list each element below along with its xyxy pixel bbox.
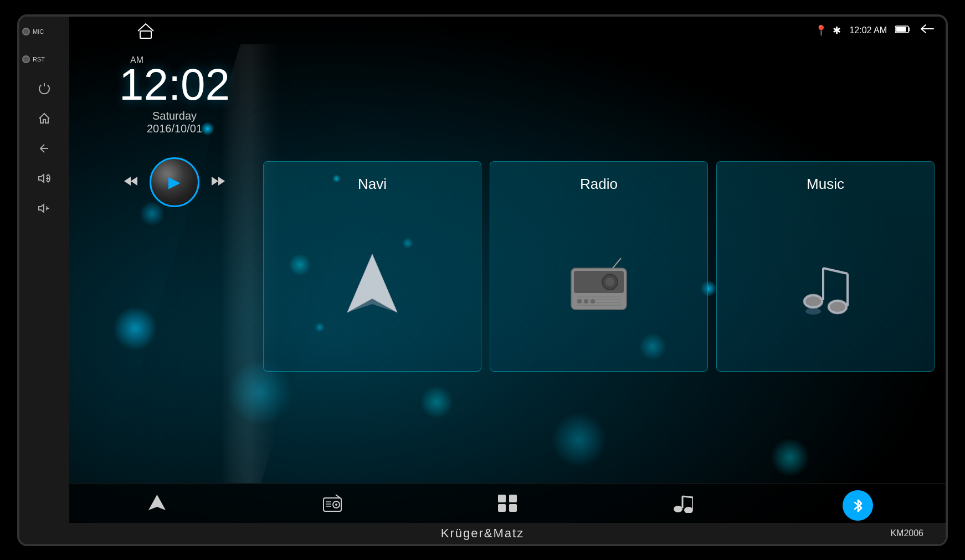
- media-disc[interactable]: ▶: [150, 157, 199, 207]
- svg-rect-48: [509, 504, 517, 512]
- media-controls: ▶: [123, 157, 226, 207]
- svg-rect-45: [498, 495, 506, 502]
- nav-bluetooth-icon: [843, 490, 873, 521]
- battery-icon: [895, 25, 911, 36]
- svg-marker-12: [212, 177, 218, 186]
- nav-music-svg: [672, 494, 693, 513]
- rewind-button[interactable]: [123, 174, 138, 190]
- nav-apps-svg: [497, 494, 518, 513]
- svg-point-30: [805, 296, 821, 306]
- svg-point-24: [605, 278, 614, 286]
- music-tile-label: Music: [807, 176, 844, 193]
- clock-date: 2016/10/01: [147, 122, 202, 135]
- main-screen: 📍 ✱ 12:02 AM: [69, 17, 946, 544]
- mic-label: MIC: [22, 28, 66, 35]
- radio-tile[interactable]: Radio: [490, 161, 708, 372]
- back-button[interactable]: [33, 137, 55, 160]
- brand-model: KM2006: [890, 528, 923, 538]
- clock-area: AM 12:02 Saturday 2016/10/01 ▶: [69, 44, 280, 483]
- bluetooth-status-icon: ✱: [833, 24, 841, 37]
- svg-point-27: [584, 299, 588, 304]
- volume-up-button[interactable]: [33, 167, 55, 189]
- svg-rect-47: [498, 504, 506, 512]
- status-bar: 📍 ✱ 12:02 AM: [69, 17, 946, 44]
- music-tile[interactable]: Music: [716, 161, 935, 372]
- svg-point-41: [335, 504, 337, 506]
- radio-icon: [566, 257, 632, 318]
- svg-marker-10: [124, 177, 131, 186]
- navi-tile-icon-area: [345, 204, 400, 371]
- svg-marker-5: [39, 204, 44, 212]
- svg-marker-13: [218, 177, 225, 186]
- svg-point-28: [591, 299, 595, 304]
- svg-point-49: [674, 506, 682, 512]
- nav-navi-svg: [147, 494, 167, 513]
- svg-rect-9: [140, 31, 151, 38]
- rst-label: RST: [22, 55, 66, 63]
- navi-tile[interactable]: Navi: [263, 161, 481, 372]
- radio-tile-label: Radio: [580, 176, 618, 193]
- mic-dot: [22, 28, 30, 35]
- brand-bar: Krüger&Matz KM2006: [19, 523, 946, 544]
- play-icon: ▶: [168, 173, 181, 191]
- back-arrow-icon[interactable]: [919, 23, 935, 38]
- location-icon: 📍: [815, 24, 827, 37]
- svg-point-36: [805, 308, 821, 315]
- rst-dot: [22, 55, 30, 63]
- radio-tile-icon-area: [566, 204, 632, 371]
- svg-point-26: [577, 299, 582, 304]
- left-physical-panel: MIC RST: [19, 17, 69, 544]
- music-icon: [798, 254, 853, 321]
- clock-day: Saturday: [152, 110, 197, 122]
- nav-radio-icon: [322, 494, 343, 517]
- nav-navi-icon: [147, 494, 167, 517]
- svg-line-35: [823, 268, 848, 274]
- bluetooth-svg: [851, 498, 865, 513]
- svg-line-53: [682, 496, 693, 497]
- rst-text: RST: [33, 56, 45, 63]
- svg-point-32: [830, 302, 845, 312]
- nav-apps-icon: [497, 494, 518, 517]
- music-tile-icon-area: [798, 204, 853, 371]
- status-icons: 📍 ✱: [815, 24, 841, 37]
- mic-text: MIC: [33, 28, 44, 35]
- svg-marker-37: [148, 495, 166, 510]
- nav-music-icon: [672, 494, 693, 517]
- navi-tile-label: Navi: [358, 176, 387, 193]
- bluetooth-circle: [843, 490, 873, 521]
- brand-name: Krüger&Matz: [441, 526, 524, 541]
- svg-point-50: [684, 507, 693, 513]
- svg-rect-46: [509, 495, 517, 502]
- app-tiles-container: Navi Radio: [263, 55, 935, 477]
- svg-marker-11: [131, 177, 137, 186]
- navi-icon: [345, 251, 400, 323]
- screen-home-icon[interactable]: [136, 22, 156, 44]
- power-button[interactable]: [33, 78, 55, 100]
- svg-line-25: [613, 258, 621, 268]
- status-time: 12:02 AM: [849, 25, 887, 35]
- svg-marker-0: [39, 174, 44, 182]
- volume-down-button[interactable]: [33, 197, 55, 219]
- svg-rect-8: [896, 27, 906, 32]
- clock-time: 12:02: [119, 63, 230, 107]
- home-button[interactable]: [33, 107, 55, 130]
- nav-radio-svg: [322, 494, 343, 513]
- forward-button[interactable]: [211, 174, 226, 190]
